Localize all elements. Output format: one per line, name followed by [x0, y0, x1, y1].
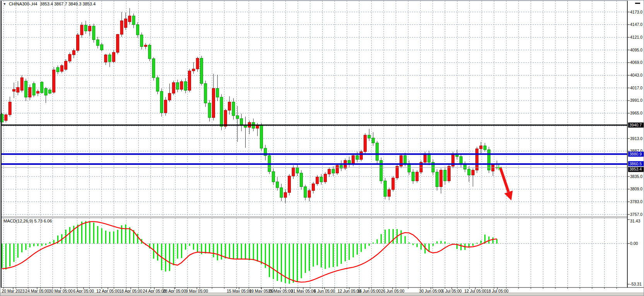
macd-bar: [209, 244, 210, 253]
macd-bar: [193, 244, 194, 250]
macd-bar: [412, 244, 413, 245]
macd-bar: [41, 244, 43, 246]
macd-bar: [189, 244, 190, 246]
candle: [384, 181, 386, 196]
macd-bar: [381, 234, 382, 243]
macd-bar: [313, 244, 314, 267]
macd-bar: [360, 244, 362, 252]
macd-bar: [17, 244, 19, 258]
macd-bar: [5, 244, 7, 270]
macd-bar: [460, 244, 461, 250]
candle: [476, 149, 478, 170]
candle: [44, 88, 47, 95]
macd-bar: [289, 244, 290, 284]
macd-bar: [341, 244, 342, 264]
candle: [12, 89, 15, 91]
macd-bar: [33, 244, 34, 246]
candle: [168, 93, 171, 100]
macd-bar: [317, 244, 318, 265]
price-axis-label: 3965.0: [630, 111, 642, 115]
macd-bar: [225, 244, 226, 258]
macd-bar: [333, 244, 334, 267]
macd-bar: [417, 244, 418, 247]
candle: [188, 71, 191, 90]
candle: [5, 115, 7, 120]
candle: [492, 164, 494, 171]
macd-bar: [401, 230, 402, 243]
chart-corner-mark: [635, 3, 640, 4]
macd-bar: [21, 244, 22, 253]
macd-bar: [393, 229, 394, 244]
candle: [108, 55, 111, 62]
macd-bar: [117, 230, 118, 243]
candle: [172, 82, 175, 93]
symbol-dropdown-icon[interactable]: ▼: [3, 2, 6, 6]
macd-bar: [101, 228, 102, 243]
candle: [68, 54, 71, 61]
macd-bar: [69, 227, 70, 244]
candle: [468, 169, 470, 175]
price-level-badge-label: 3880.9: [629, 152, 642, 156]
candle: [404, 156, 407, 163]
macd-axis-label: -53.31: [630, 282, 642, 286]
chart-canvas[interactable]: 4173.04147.04121.04095.04069.04043.04017…: [0, 0, 644, 296]
candle: [128, 16, 131, 22]
candle: [240, 118, 243, 125]
candle: [224, 110, 227, 127]
price-axis-label: 3835.0: [630, 174, 642, 179]
macd-bar: [309, 244, 310, 271]
macd-bar: [273, 244, 274, 279]
macd-bar: [269, 244, 270, 277]
candle: [140, 35, 143, 46]
macd-bar: [492, 238, 494, 244]
macd-bar: [229, 244, 230, 258]
candle: [196, 58, 199, 69]
candle: [89, 26, 91, 31]
candle: [332, 169, 335, 173]
candle: [48, 90, 51, 93]
candle: [160, 91, 163, 113]
price-level-badge-label: 3853.4: [629, 167, 642, 171]
candle: [132, 16, 135, 25]
price-axis-label: 3991.0: [630, 98, 642, 103]
candle: [144, 45, 147, 47]
candle: [72, 50, 75, 55]
candle: [312, 184, 314, 191]
candle: [464, 164, 466, 169]
candle: [192, 69, 195, 71]
candle: [376, 143, 379, 160]
candle: [483, 146, 486, 150]
candle: [17, 87, 19, 92]
candle: [180, 82, 183, 89]
macd-bar: [389, 229, 390, 244]
macd-bar: [77, 224, 79, 243]
macd-bar: [277, 244, 278, 281]
candle: [336, 165, 338, 173]
candle: [368, 135, 371, 138]
candle: [460, 157, 462, 164]
macd-bar: [105, 231, 106, 243]
candle: [276, 182, 279, 188]
macd-bar: [85, 221, 86, 243]
candle: [392, 178, 395, 190]
candle: [216, 88, 219, 97]
macd-bar: [408, 243, 410, 244]
candle: [208, 103, 211, 118]
macd-indicator-label: MACD(12,26,9): [3, 219, 33, 223]
candle: [356, 156, 359, 159]
candle: [471, 170, 474, 175]
price-level-badge-label: 3940.7: [629, 123, 642, 127]
macd-bar: [432, 244, 434, 246]
macd-bar: [405, 236, 406, 243]
candle: [41, 82, 43, 93]
macd-bar: [249, 244, 250, 260]
candle: [92, 26, 95, 39]
macd-bar: [372, 243, 374, 244]
candle: [440, 170, 442, 187]
candle: [360, 152, 362, 159]
macd-bar: [357, 244, 358, 255]
macd-bar: [37, 244, 38, 246]
price-axis-label: 3757.0: [630, 212, 642, 217]
candle: [352, 156, 355, 164]
horizontal-scroll-strip[interactable]: [0, 293, 644, 296]
